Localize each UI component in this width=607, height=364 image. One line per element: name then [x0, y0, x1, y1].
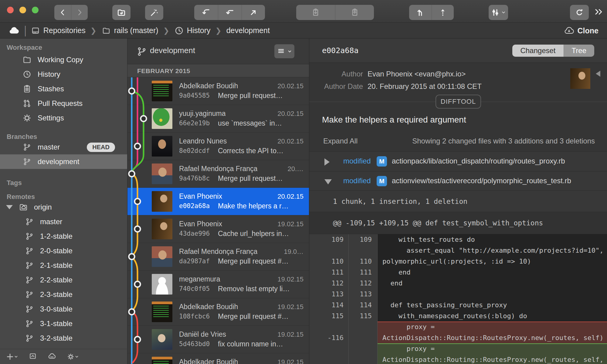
- month-section-header: FEBRUARY 2015: [127, 64, 309, 77]
- old-line-number: -116: [309, 332, 349, 343]
- diff-line: -116 ActionDispatch::Routing::RoutesProx…: [309, 332, 607, 343]
- old-line-number: [309, 354, 349, 364]
- chevron-down-icon: [287, 49, 292, 54]
- add-repo-button[interactable]: [6, 353, 18, 361]
- commit-author: Leandro Nunes: [179, 137, 227, 146]
- commit-hash: e002a68a: [179, 202, 218, 211]
- sidebar-item-pull-requests[interactable]: Pull Requests: [0, 96, 127, 111]
- repo-browser-button[interactable]: [112, 5, 131, 20]
- commit-list: Abdelkader Boudih 20.02.15 9a045585 Merg…: [127, 77, 309, 364]
- tab-tree[interactable]: Tree: [564, 45, 594, 57]
- remote-cloud-icon[interactable]: [8, 26, 20, 35]
- commit-author: Rafael Mendonça França: [179, 247, 257, 256]
- sidebar-item-working-copy[interactable]: Working Copy: [0, 52, 127, 67]
- remote-cloud-button[interactable]: [47, 352, 56, 361]
- commit-row[interactable]: Abdelkader Boudih 19.02.15 108fcbc6 Merg…: [127, 298, 309, 326]
- settings-gear-button[interactable]: [67, 353, 79, 361]
- sidebar-footer: [0, 349, 127, 364]
- author-label: Author: [321, 70, 363, 78]
- unstash-button[interactable]: [335, 5, 374, 20]
- commit-row[interactable]: Evan Phoenix 19.02.15 43dae996 Cache url…: [127, 215, 309, 243]
- commit-hash: 8e02dcdf: [179, 147, 218, 155]
- view-options-button[interactable]: [489, 5, 508, 20]
- sidebar-remote-branch[interactable]: 1-2-stable: [0, 229, 127, 244]
- stash-button[interactable]: [296, 5, 335, 20]
- toolbar-overflow-icon[interactable]: [594, 7, 604, 18]
- refresh-button[interactable]: [570, 5, 589, 20]
- commit-row[interactable]: Evan Phoenix 20.02.15 e002a68a Make the …: [127, 188, 309, 215]
- new-line-number: [349, 343, 378, 354]
- commit-message: fix column name in…: [218, 340, 283, 349]
- clone-button[interactable]: Clone: [564, 23, 599, 39]
- disclosure-triangle-icon[interactable]: [6, 205, 13, 209]
- sidebar-remote-branch[interactable]: 2-1-stable: [0, 258, 127, 273]
- branch-button[interactable]: [409, 5, 432, 20]
- breadcrumb-repositories[interactable]: Repositories: [31, 26, 86, 35]
- sidebar-item-stashes[interactable]: Stashes: [0, 82, 127, 96]
- commit-row[interactable]: yuuji.yaginuma 20.02.15 66e2e19b use `me…: [127, 105, 309, 133]
- commit-row[interactable]: Abdelkader Boudih 19.02.15: [127, 353, 309, 364]
- commit-button[interactable]: [194, 5, 218, 20]
- sidebar-remote-branch[interactable]: 3-0-stable: [0, 302, 127, 316]
- diff-line-code: end: [378, 267, 607, 278]
- zoom-window-button[interactable]: [32, 7, 39, 13]
- diff-line-code: polymorphic_url(:projects, :id => 10): [378, 256, 607, 267]
- commit-row[interactable]: Abdelkader Boudih 20.02.15 9a045585 Merg…: [127, 77, 309, 105]
- sidebar-remote-branch[interactable]: 2-0-stable: [0, 244, 127, 258]
- sidebar-item-history[interactable]: History: [0, 67, 127, 82]
- sidebar-remote-branch[interactable]: 3-1-stable: [0, 316, 127, 331]
- reset-button[interactable]: [242, 5, 265, 20]
- minimize-window-button[interactable]: [19, 7, 26, 13]
- sidebar-item-settings[interactable]: Settings: [0, 111, 127, 125]
- sidebar-remote-branch[interactable]: master: [0, 214, 127, 229]
- commit-row[interactable]: Rafael Mendonça França 20.… 9a476b8c Mer…: [127, 160, 309, 188]
- merge-button[interactable]: [432, 5, 454, 20]
- commit-message: Merge pull request…: [218, 174, 283, 183]
- avatar-disclosure-triangle-icon[interactable]: [596, 71, 600, 77]
- sidebar-remote-branch[interactable]: 3-2-stable: [0, 331, 127, 345]
- breadcrumb-history[interactable]: History: [174, 26, 211, 35]
- checkout-button[interactable]: [218, 5, 242, 20]
- commit-rows: Abdelkader Boudih 20.02.15 9a045585 Merg…: [127, 77, 309, 364]
- sidebar-remote-branch[interactable]: 2-3-stable: [0, 287, 127, 302]
- commit-message: Merge pull request…: [218, 91, 283, 100]
- commit-message: Cache url_helpers in…: [218, 229, 289, 238]
- new-line-number: 114: [349, 300, 378, 311]
- export-button[interactable]: [29, 352, 37, 361]
- close-window-button[interactable]: [7, 7, 14, 13]
- magic-wand-button[interactable]: [145, 5, 163, 20]
- sidebar-remote-branch[interactable]: 2-2-stable: [0, 273, 127, 287]
- nav-back-button[interactable]: [54, 5, 71, 20]
- old-line-number: 112: [309, 278, 349, 289]
- expand-all-link[interactable]: Expand All: [323, 137, 358, 145]
- commit-row[interactable]: Rafael Mendonça França 19.0… da2987af Me…: [127, 243, 309, 271]
- sidebar-branch-development[interactable]: development: [0, 154, 127, 169]
- list-style-dropdown[interactable]: [274, 44, 294, 58]
- tab-changeset[interactable]: Changeset: [512, 45, 563, 57]
- avatar: [152, 274, 172, 295]
- file-row[interactable]: modified M actionview/test/activerecord/…: [309, 171, 607, 191]
- file-row[interactable]: modified M actionpack/lib/action_dispatc…: [309, 151, 607, 171]
- commit-row[interactable]: Daniël de Vries 19.02.15 5d463bd0 fix co…: [127, 326, 309, 353]
- git-branch-icon: [24, 319, 35, 328]
- commit-row[interactable]: Leandro Nunes 20.02.15 8e02dcdf Corrects…: [127, 133, 309, 160]
- git-branch-icon: [24, 305, 35, 313]
- difftool-button[interactable]: DIFFTOOL: [436, 95, 481, 109]
- commit-message: Merge pull request #…: [218, 257, 289, 266]
- commit-row[interactable]: meganemura 19.02.15 740c0f05 Remove last…: [127, 271, 309, 298]
- branches-section-header: Branches: [0, 125, 127, 140]
- commit-date: 20.…: [284, 164, 304, 173]
- commit-author: Abdelkader Boudih: [179, 82, 238, 90]
- diff-line-code: def test_passing_routes_proxy: [378, 300, 607, 311]
- nav-forward-button[interactable]: [71, 5, 88, 20]
- breadcrumb-branch[interactable]: development: [226, 26, 270, 35]
- chevron-down-icon: [75, 355, 79, 359]
- commit-hash: da2987af: [179, 257, 218, 266]
- breadcrumb-repo[interactable]: rails (master): [101, 26, 158, 35]
- file-path: actionview/test/activerecord/polymorphic…: [392, 177, 571, 185]
- commit-message-full: Make the helpers a required argument: [322, 115, 466, 125]
- new-line-number: 112: [349, 278, 378, 289]
- git-branch-icon: [24, 334, 35, 342]
- avatar: [152, 357, 172, 364]
- commit-message: use `messages` in…: [218, 119, 282, 128]
